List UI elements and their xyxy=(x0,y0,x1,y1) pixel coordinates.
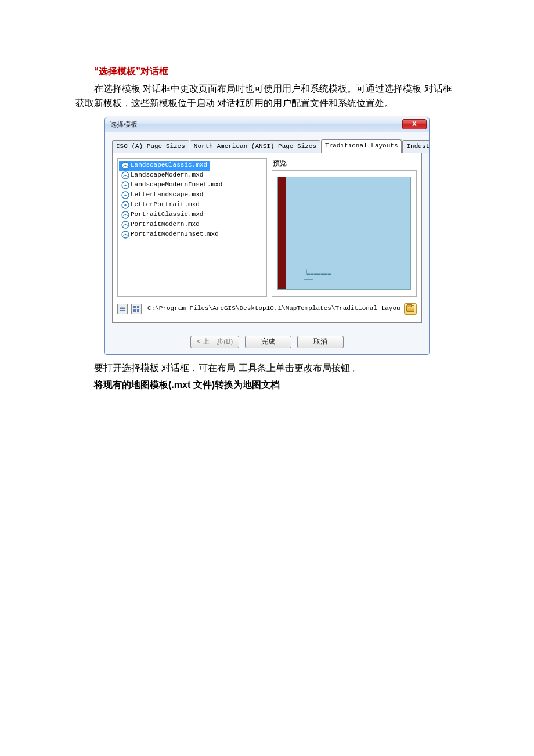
dialog-titlebar: 选择模板 X xyxy=(105,117,429,132)
list-item-label: LandscapeClassic.mxd xyxy=(131,160,207,171)
close-button[interactable]: X xyxy=(402,119,427,129)
svg-point-5 xyxy=(125,185,126,186)
finish-button[interactable]: 完成 xyxy=(245,336,291,348)
svg-rect-20 xyxy=(137,306,139,308)
view-thumbnails-icon[interactable] xyxy=(131,304,142,314)
view-list-icon[interactable] xyxy=(117,304,128,314)
svg-point-9 xyxy=(125,204,126,206)
list-item-label: PortraitModern.mxd xyxy=(131,219,200,230)
list-item[interactable]: LandscapeModern.mxd xyxy=(119,171,205,181)
subheading-convert-mxt: 将现有的地图模板(.mxt 文件)转换为地图文档 xyxy=(75,377,459,393)
svg-rect-19 xyxy=(134,306,136,308)
path-row: C:\Program Files\ArcGIS\Desktop10.1\MapT… xyxy=(117,303,417,315)
svg-point-3 xyxy=(125,175,126,176)
dialog-screenshot: 选择模板 X ISO (A) Page Sizes North American… xyxy=(104,117,430,355)
tab-industry[interactable]: Industr xyxy=(402,140,430,153)
list-item[interactable]: PortraitClassic.mxd xyxy=(119,210,205,220)
template-file-list[interactable]: LandscapeClassic.mxd LandscapeModern.mxd xyxy=(117,158,267,297)
preview-sidebar-stripe xyxy=(278,177,286,289)
mxd-file-icon xyxy=(121,231,129,239)
svg-point-11 xyxy=(125,214,126,215)
paragraph-2: 要打开选择模板 对话框，可在布局 工具条上单击更改布局按钮 。 xyxy=(75,361,459,376)
section-heading: “选择模板”对话框 xyxy=(75,64,459,79)
mxd-file-icon xyxy=(121,201,129,209)
list-item[interactable]: LandscapeClassic.mxd xyxy=(119,161,210,171)
folder-open-icon xyxy=(406,305,414,312)
tab-strip: ISO (A) Page Sizes North American (ANSI)… xyxy=(112,142,422,153)
list-item-label: PortraitModernInset.mxd xyxy=(131,229,219,240)
svg-point-15 xyxy=(125,234,126,235)
tab-ansi[interactable]: North American (ANSI) Page Sizes xyxy=(190,140,320,153)
list-item-label: PortraitClassic.mxd xyxy=(131,210,203,220)
preview-subtitle-placeholder: ▁▁▁▁ xyxy=(304,276,313,280)
mxd-file-icon xyxy=(121,221,129,229)
preview-title-placeholder: ▕▁▁▁▁▁▁▁ xyxy=(304,269,331,276)
list-item-label: LetterPortrait.mxd xyxy=(131,200,200,210)
close-icon: X xyxy=(412,119,416,129)
list-item[interactable]: PortraitModernInset.mxd xyxy=(119,230,221,240)
list-item[interactable]: LandscapeModernInset.mxd xyxy=(119,181,225,190)
svg-point-1 xyxy=(125,165,126,166)
preview-box: ▕▁▁▁▁▁▁▁ ▁▁▁▁ xyxy=(272,170,417,297)
dialog-body: ISO (A) Page Sizes North American (ANSI)… xyxy=(105,132,429,354)
svg-point-7 xyxy=(125,195,126,196)
dialog-button-row: < 上一步(B) 完成 取消 xyxy=(112,336,422,348)
mxd-file-icon xyxy=(121,171,129,179)
select-template-dialog: 选择模板 X ISO (A) Page Sizes North American… xyxy=(104,117,430,355)
preview-column: 预览 ▕▁▁▁▁▁▁▁ ▁▁▁▁ xyxy=(272,158,417,297)
list-item-label: LetterLandscape.mxd xyxy=(131,190,203,200)
cancel-button[interactable]: 取消 xyxy=(297,336,344,348)
tab-iso-a[interactable]: ISO (A) Page Sizes xyxy=(112,140,189,153)
mxd-file-icon xyxy=(121,181,129,189)
back-button[interactable]: < 上一步(B) xyxy=(190,336,239,348)
browse-folder-button[interactable] xyxy=(404,303,417,315)
svg-rect-21 xyxy=(134,309,136,312)
preview-main-area: ▕▁▁▁▁▁▁▁ ▁▁▁▁ xyxy=(286,177,410,289)
preview-label: 预览 xyxy=(272,158,417,169)
list-item[interactable]: LetterPortrait.mxd xyxy=(119,200,202,210)
layout-preview-thumbnail: ▕▁▁▁▁▁▁▁ ▁▁▁▁ xyxy=(277,177,411,290)
tab-content: LandscapeClassic.mxd LandscapeModern.mxd xyxy=(112,153,422,323)
svg-rect-18 xyxy=(120,310,125,311)
list-item[interactable]: LetterLandscape.mxd xyxy=(119,190,205,200)
list-item-label: LandscapeModern.mxd xyxy=(131,170,203,181)
list-item[interactable]: PortraitModern.mxd xyxy=(119,220,202,230)
svg-rect-17 xyxy=(120,308,125,309)
mxd-file-icon xyxy=(121,191,129,199)
tab-traditional[interactable]: Traditional Layouts xyxy=(321,139,402,153)
svg-rect-16 xyxy=(120,307,125,308)
template-path-display: C:\Program Files\ArcGIS\Desktop10.1\MapT… xyxy=(145,303,400,315)
mxd-file-icon xyxy=(121,161,129,170)
svg-point-13 xyxy=(125,224,126,225)
svg-rect-22 xyxy=(137,309,139,312)
dialog-title: 选择模板 xyxy=(110,119,402,130)
paragraph-1: 在选择模板 对话框中更改页面布局时也可使用用户和系统模板。可通过选择模板 对话框… xyxy=(75,81,459,111)
list-item-label: LandscapeModernInset.mxd xyxy=(131,180,222,190)
mxd-file-icon xyxy=(121,211,129,219)
